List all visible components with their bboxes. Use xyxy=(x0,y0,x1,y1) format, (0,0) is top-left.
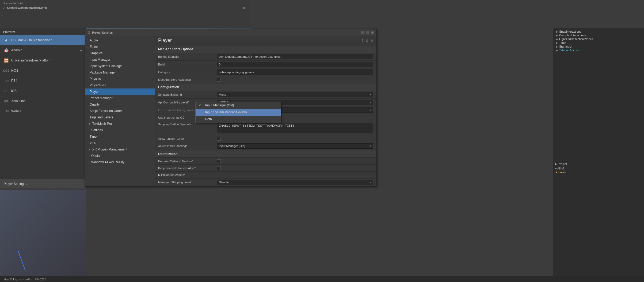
keep-shaders-checkbox[interactable] xyxy=(217,166,221,170)
configuration-section: Configuration xyxy=(155,84,376,91)
nav-audio[interactable]: Audio xyxy=(85,37,155,44)
window-maximize-button[interactable]: □ xyxy=(366,31,369,34)
settings-icon[interactable]: ⚙ xyxy=(370,39,373,43)
active-input-label: Active Input Handling* xyxy=(158,144,217,148)
hierarchy-item-light[interactable]: ▶ LightAndReflectionProbes xyxy=(555,37,642,41)
dropdown-option-new[interactable]: Input System Package (New) xyxy=(196,109,281,116)
keep-shaders-label: Keep Loaded Shaders Alive* xyxy=(158,167,217,170)
nav-package-manager[interactable]: Package Manager xyxy=(85,69,155,76)
scene-name: Scenes/WorldInteractionDemo xyxy=(7,6,47,9)
webgl-label: WebGL xyxy=(11,109,22,113)
dropdown-caret-icon: ▼ xyxy=(369,94,371,96)
dropdown-caret-icon: ▼ xyxy=(369,181,371,184)
viewport-bottom xyxy=(0,190,86,282)
dropdown-option-both[interactable]: Both xyxy=(196,116,281,123)
favorites-label: ★ Favor... xyxy=(555,171,642,174)
hierarchy-item-startingui[interactable]: ▶ StartingUI xyxy=(555,45,642,48)
platform-uwp[interactable]: 🪟 Universal Windows Platform xyxy=(0,55,85,65)
managed-stripping-value: Disabled xyxy=(219,181,230,184)
window-title: Project Settings xyxy=(92,31,359,34)
nav-physics[interactable]: Physics xyxy=(85,76,155,82)
scenes-panel: Scenes In Build ✓ Scenes/WorldInteractio… xyxy=(0,0,250,28)
platform-tvos[interactable]: tvOS tvOS xyxy=(0,65,85,76)
pc-icon: 🖥 xyxy=(3,37,9,43)
scripting-symbols-label: Scripting Define Symbols xyxy=(158,123,217,126)
player-settings-button[interactable]: Player Settings... xyxy=(0,179,86,188)
platform-ps4[interactable]: PS4 PS4 xyxy=(0,76,85,86)
optimization-section: Optimization xyxy=(155,150,376,158)
nav-vfx[interactable]: VFX xyxy=(85,140,155,146)
nav-physics2d[interactable]: Physics 2D xyxy=(85,82,155,88)
platform-ios[interactable]: iOS iOS xyxy=(0,86,85,96)
hierarchy-item-table[interactable]: ▶ Table xyxy=(555,41,642,45)
nav-player[interactable]: Player xyxy=(85,88,155,95)
ios-label: iOS xyxy=(11,89,17,93)
arrow-icon: ▶ xyxy=(556,30,558,33)
scene-item[interactable]: ✓ Scenes/WorldInteractionDemo 0 xyxy=(3,6,247,10)
platform-pc-mac[interactable]: 🖥 PC, Mac & Linux Standalone xyxy=(0,35,85,45)
dropdown-caret-icon: ▼ xyxy=(369,145,371,147)
hierarchy-item-teleport[interactable]: ▶ TeleportAnchor xyxy=(555,48,642,52)
mac-validation-checkbox[interactable] xyxy=(217,78,221,82)
nav-editor[interactable]: Editor xyxy=(85,44,155,50)
hierarchy-label: ComplexInteractions xyxy=(559,34,586,37)
platform-android[interactable]: 🤖 Android ◀ xyxy=(0,45,85,55)
ps-title: Player xyxy=(158,38,172,43)
gear-icon: ⚙ xyxy=(87,31,90,34)
nav-tags-layers[interactable]: Tags and Layers xyxy=(85,114,155,121)
nav-xr-group[interactable]: ▼ XR Plug-in Management xyxy=(85,146,155,153)
window-menu-button[interactable]: ⋮ xyxy=(361,31,365,34)
scripting-backend-dropdown[interactable]: Mono ▼ xyxy=(217,92,373,97)
managed-stripping-dropdown[interactable]: Disabled ▼ xyxy=(217,180,373,185)
arrow-icon: ▶ xyxy=(556,49,558,52)
pc-label: PC, Mac & Linux Standalone xyxy=(11,38,52,42)
nav-settings[interactable]: Settings xyxy=(85,127,155,133)
nav-graphics[interactable]: Graphics xyxy=(85,50,155,56)
platform-arrow-icon: ◀ xyxy=(80,49,82,52)
category-label: Category xyxy=(158,71,217,74)
unsafe-code-row: Allow 'unsafe' Code xyxy=(155,135,376,142)
hierarchy-item-snap[interactable]: ▶ SnapInteractions xyxy=(555,30,642,33)
ps4-label: PS4 xyxy=(11,79,17,83)
build-label: Build xyxy=(158,63,217,66)
build-value[interactable]: 0 xyxy=(217,62,373,67)
platform-xbox[interactable]: 🎮 Xbox One xyxy=(0,96,85,106)
category-row: Category public.app-category.games xyxy=(155,68,376,76)
preloaded-assets-label[interactable]: ▶ Preloaded Assets* xyxy=(158,173,217,177)
arrow-icon: ▶ xyxy=(556,38,558,41)
nav-time[interactable]: Time xyxy=(85,133,155,140)
window-close-button[interactable]: ✕ xyxy=(371,31,374,34)
nav-script-execution[interactable]: Script Execution Order xyxy=(85,108,155,114)
nav-textmesh-group[interactable]: ▼ TextMesh Pro xyxy=(85,121,155,127)
prebake-checkbox[interactable] xyxy=(217,159,221,163)
dropdown-option-old[interactable]: ✓ Input Manager (Old) xyxy=(196,102,281,109)
android-label: Android xyxy=(11,48,22,52)
bundle-id-value[interactable]: com.DefaultCompany.XR-Interaction-Exampl… xyxy=(217,54,373,59)
scene-checkbox: ✓ xyxy=(3,6,5,10)
nav-preset-manager[interactable]: Preset Manager xyxy=(85,95,155,101)
help-icon[interactable]: ? xyxy=(361,39,363,43)
active-input-dropdown[interactable]: Input Manager (Old) ▼ xyxy=(217,143,373,149)
hierarchy-item-complex[interactable]: ▶ ComplexInteractions xyxy=(555,33,642,37)
nav-input-system[interactable]: Input System Package xyxy=(85,63,155,69)
scripting-symbols-value[interactable]: ENABLE_INPUT_SYSTEM_TESTFRAMEWORK_TESTS xyxy=(217,123,373,133)
nav-input-manager[interactable]: Input Manager xyxy=(85,56,155,63)
layout-icon[interactable]: ⊞ xyxy=(365,39,368,43)
all-materials-label: ≡ All M... xyxy=(555,167,642,170)
ps4-icon: PS4 xyxy=(3,78,9,84)
option-both-label: Both xyxy=(205,117,212,121)
keep-shaders-row: Keep Loaded Shaders Alive* xyxy=(155,165,376,172)
nav-oculus[interactable]: Oculus xyxy=(85,153,155,159)
arrow-icon: ▶ xyxy=(556,45,558,48)
window-titlebar: ⚙ Project Settings ⋮ □ ✕ xyxy=(85,29,376,36)
xbox-label: Xbox One xyxy=(11,99,25,103)
category-value[interactable]: public.app-category.games xyxy=(217,69,373,75)
platform-webgl[interactable]: HTML WebGL xyxy=(0,106,85,116)
platform-title: Platform xyxy=(0,28,85,35)
nav-wmr[interactable]: Windows Mixed Reality xyxy=(85,159,155,165)
unsafe-code-checkbox[interactable] xyxy=(217,137,221,141)
webgl-icon: HTML xyxy=(3,108,9,114)
expand-icon: ▼ xyxy=(88,122,91,125)
textmesh-label: TextMesh Pro xyxy=(92,122,112,126)
nav-quality[interactable]: Quality xyxy=(85,101,155,108)
